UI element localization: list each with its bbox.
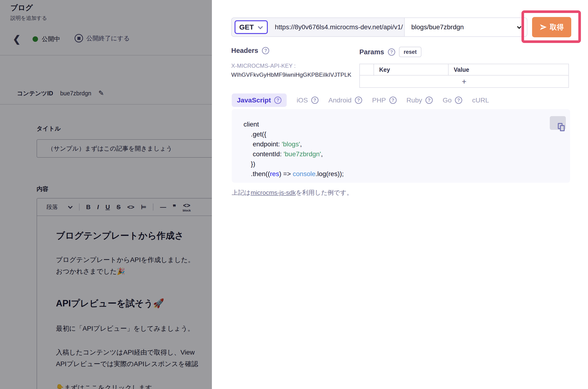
sdk-note: 上記はmicrocms-js-sdkを利用した例です。 (232, 188, 353, 197)
tab-label: iOS (297, 96, 308, 104)
api-key-name: X-MICROCMS-API-KEY : (231, 63, 351, 69)
code-line: }) (244, 159, 570, 169)
headers-title: Headers (231, 47, 258, 55)
question-circle-icon[interactable]: ? (262, 47, 269, 54)
tab-label: cURL (472, 96, 489, 104)
code-line: .get({ (244, 129, 570, 139)
tab-label: Android (328, 96, 352, 104)
tab-go[interactable]: Go? (443, 96, 462, 104)
params-value-header: Value (454, 66, 469, 73)
code-line: client (244, 119, 570, 129)
question-circle-icon[interactable]: ? (455, 97, 462, 104)
content-editor-pane: ブログ 説明を追加する ❮ 公開中 公開終了にする コンテンツID bue7zb… (0, 0, 212, 389)
params-table-header: Key Value (360, 64, 568, 75)
copy-code-button[interactable] (550, 116, 566, 130)
send-icon (539, 23, 547, 31)
tab-label: JavaScript (237, 96, 271, 104)
params-section: Params ? reset Key Value + (359, 47, 569, 88)
fetch-button[interactable]: 取得 (532, 17, 571, 37)
fetch-button-label: 取得 (550, 22, 564, 32)
api-preview-panel: GET https://8y0v676ls4.microcms-dev.net/… (212, 0, 588, 389)
tab-javascript[interactable]: JavaScript? (232, 94, 287, 107)
tab-ruby[interactable]: Ruby? (406, 96, 433, 104)
endpoint-select[interactable]: blogs/bue7zbrdgn (404, 18, 527, 36)
tab-php[interactable]: PHP? (372, 96, 397, 104)
question-circle-icon[interactable]: ? (425, 97, 433, 104)
microcms-screen: ブログ 説明を追加する ❮ 公開中 公開終了にする コンテンツID bue7zb… (0, 0, 588, 389)
code-line: endpoint: 'blogs', (244, 139, 570, 149)
question-circle-icon[interactable]: ? (355, 97, 362, 104)
tab-ios[interactable]: iOS? (297, 96, 318, 104)
tab-curl[interactable]: cURL (472, 96, 489, 104)
params-key-header: Key (379, 66, 390, 73)
sdk-link[interactable]: microcms-js-sdk (250, 189, 296, 196)
sdk-note-prefix: 上記は (232, 189, 250, 196)
modal-backdrop[interactable] (0, 0, 212, 389)
plus-icon: + (462, 77, 466, 86)
api-key-value: WIhGVFkvGyHbMF9iwniHgGKPBEiIkIVJTPLK (231, 71, 351, 78)
params-table: Key Value + (359, 64, 569, 88)
method-value: GET (239, 23, 254, 31)
sdk-note-suffix: を利用した例です。 (296, 189, 353, 196)
chevron-down-icon (258, 24, 263, 29)
endpoint-value: blogs/bue7zbrdgn (411, 23, 464, 31)
chevron-down-icon (517, 25, 521, 29)
tab-label: Ruby (406, 96, 422, 104)
params-checkbox-column (360, 64, 374, 75)
question-circle-icon[interactable]: ? (388, 48, 395, 56)
method-select[interactable]: GET (235, 20, 268, 34)
tab-label: Go (443, 96, 452, 104)
code-sample-block: client .get({ endpoint: 'blogs', content… (232, 109, 570, 183)
code-line: .then((res) => console.log(res)); (244, 169, 570, 179)
params-add-row[interactable]: + (360, 75, 568, 87)
base-url-text: https://8y0v676ls4.microcms-dev.net/api/… (268, 23, 404, 31)
tab-label: PHP (372, 96, 386, 104)
request-url-row: GET https://8y0v676ls4.microcms-dev.net/… (231, 17, 571, 37)
question-circle-icon[interactable]: ? (274, 97, 281, 104)
params-reset-button[interactable]: reset (399, 47, 421, 57)
code-sample: client .get({ endpoint: 'blogs', content… (232, 109, 570, 179)
request-url-bar: GET https://8y0v676ls4.microcms-dev.net/… (231, 17, 527, 37)
params-title: Params (359, 48, 384, 56)
headers-section: Headers ? X-MICROCMS-API-KEY : WIhGVFkvG… (231, 47, 351, 78)
tab-android[interactable]: Android? (328, 96, 362, 104)
question-circle-icon[interactable]: ? (311, 97, 318, 104)
question-circle-icon[interactable]: ? (389, 97, 397, 104)
language-tabs: JavaScript?iOS?Android?PHP?Ruby?Go?cURL (232, 94, 489, 107)
code-line: contentId: 'bue7zbrdgn', (244, 149, 570, 159)
